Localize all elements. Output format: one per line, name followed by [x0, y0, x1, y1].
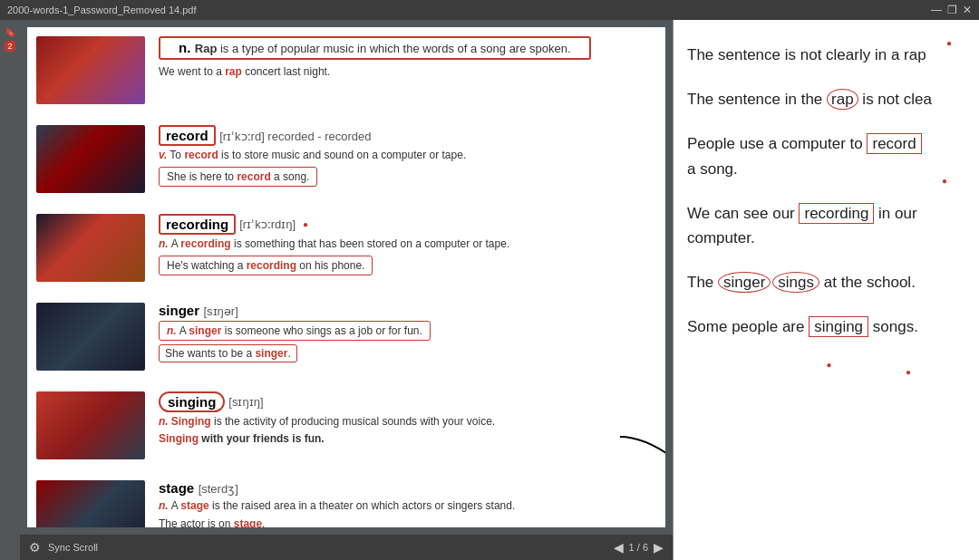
red-dot-3: ● — [827, 360, 832, 370]
red-dot-4: ● — [906, 367, 911, 377]
minimize-button[interactable]: — — [931, 4, 942, 16]
word-rap: n. — [179, 40, 190, 55]
list-item: n. Rap is a type of popular music in whi… — [159, 36, 656, 109]
page-navigation: ◀ 1 / 6 ▶ — [614, 540, 664, 555]
app-window: 2000-words-1_Password_Removed 14.pdf — ❐… — [0, 0, 979, 560]
stage-def: n.A stage is the raised area in a theate… — [159, 498, 656, 514]
circle-word-sings: sings — [772, 272, 819, 293]
stage-example: The actor is on stage. — [159, 517, 656, 527]
word-image-record — [36, 125, 145, 193]
sentence-5: The singersings at the school. — [687, 270, 965, 294]
word-image-rap — [36, 36, 145, 104]
list-item: stage [sterdʒ] n.A stage is the raised a… — [159, 480, 656, 527]
list-item: singer [sɪŋər] n.A singer is someone who… — [159, 303, 656, 375]
window-title: 2000-words-1_Password_Removed 14.pdf — [7, 5, 197, 15]
bookmark-icon[interactable]: 🔖 — [5, 27, 15, 37]
singing-def: n.Singing is the activity of producing m… — [159, 414, 656, 430]
sentence-4: We can see our recording in our computer… — [687, 201, 965, 250]
word-image-singer — [36, 303, 145, 371]
singer-phonetic: [sɪŋər] — [203, 304, 237, 318]
word-recording: recording — [159, 214, 236, 235]
sentence-3: People use a computer to record a song. … — [687, 131, 965, 180]
recording-example: He's watching a recording on his phone. — [159, 256, 656, 275]
list-item: singing [sɪŋɪŋ] n.Singing is the activit… — [159, 391, 656, 464]
word-singer: singer — [159, 303, 199, 318]
page-badge: 2 — [5, 41, 15, 52]
singing-phonetic: [sɪŋɪŋ] — [228, 395, 263, 409]
red-dot-2: ● — [942, 174, 947, 188]
pdf-page[interactable]: n. Rap is a type of popular music in whi… — [27, 27, 665, 527]
title-bar: 2000-words-1_Password_Removed 14.pdf — ❐… — [0, 0, 979, 20]
page-indicator: 1 / 6 — [629, 542, 648, 553]
singer-example: She wants to be a singer. — [159, 344, 656, 362]
pdf-panel: n. Rap is a type of popular music in whi… — [20, 20, 673, 560]
word-singing: singing — [159, 391, 225, 412]
sentence-6: Some people are singing songs. — [687, 314, 965, 339]
word-stage: stage — [159, 480, 194, 496]
box-word-record: record — [867, 133, 921, 154]
word-record: record — [159, 125, 216, 146]
rap-def-short: Rap is a type of popular music in which … — [195, 42, 571, 55]
list-item: record [rɪˈkɔːrd] recorded - recorded v.… — [159, 125, 656, 198]
stage-phonetic: [sterdʒ] — [199, 482, 238, 496]
settings-icon[interactable]: ⚙ — [29, 540, 41, 555]
main-content: 🔖 2 n. Rap is a type of popular music in… — [0, 20, 979, 560]
sentence-1: The sentence is not clearly in a rap — [687, 43, 965, 67]
right-panel: ● The sentence is not clearly in a rap T… — [673, 20, 979, 560]
word-image-stage — [36, 480, 145, 527]
pdf-content: n. Rap is a type of popular music in whi… — [27, 27, 665, 527]
red-dot-recording: ● — [303, 219, 308, 229]
next-page-button[interactable]: ▶ — [654, 540, 664, 555]
singing-example2: Singing with your friends is fun. — [159, 432, 656, 445]
rap-example: We went to a rap concert last night. — [159, 65, 656, 78]
word-image-singing — [36, 391, 145, 459]
record-phonetic: [rɪˈkɔːrd] recorded - recorded — [219, 130, 371, 143]
window-controls: — ❐ ✕ — [931, 4, 972, 16]
recording-phonetic: [rɪˈkɔːrdɪŋ] — [239, 217, 296, 231]
sync-scroll-label[interactable]: Sync Scroll — [48, 542, 98, 553]
circle-word-singer: singer — [718, 272, 771, 293]
left-sidebar: 🔖 2 — [0, 20, 20, 560]
close-button[interactable]: ✕ — [963, 4, 972, 16]
circle-word-rap: rap — [827, 89, 858, 110]
bottom-bar: ⚙ Sync Scroll ◀ 1 / 6 ▶ — [20, 535, 673, 560]
box-word-singing: singing — [809, 316, 868, 337]
box-word-recording: recording — [799, 203, 874, 224]
word-image-recording — [36, 214, 145, 282]
red-dot-1: ● — [946, 38, 952, 48]
recording-def: n.A recording is something that has been… — [159, 237, 656, 252]
sentence-2: The sentence in the rap is not clea — [687, 87, 965, 111]
maximize-button[interactable]: ❐ — [947, 4, 957, 16]
prev-page-button[interactable]: ◀ — [614, 540, 624, 555]
list-item: recording [rɪˈkɔːrdɪŋ] ● n.A recording i… — [159, 214, 656, 286]
record-example: She is here to record a song. — [159, 167, 656, 187]
record-def: v.To record is to store music and sound … — [159, 148, 656, 163]
singer-def: n.A singer is someone who sings as a job… — [159, 321, 431, 341]
